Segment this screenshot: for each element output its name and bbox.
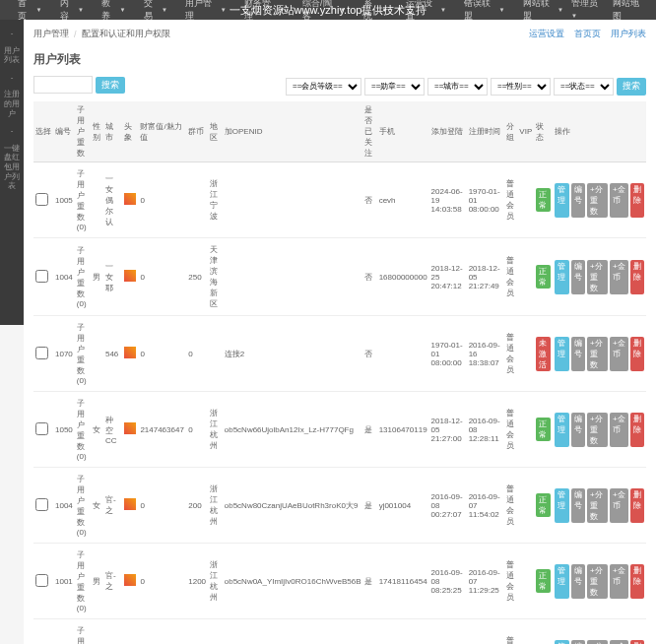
cell-coin: 200 xyxy=(186,468,208,544)
nav-edu[interactable]: 教养▼ xyxy=(94,0,134,23)
cell-wealth: 0 xyxy=(138,238,186,316)
action-edit[interactable]: 编号 xyxy=(571,337,585,371)
sidebar-user-list[interactable]: 用户列表 xyxy=(0,42,24,69)
cell-vip xyxy=(517,392,534,468)
action-edit[interactable]: 编号 xyxy=(571,260,585,294)
cell-coin: 250 xyxy=(186,238,208,316)
th-openid: 加OPENID xyxy=(223,101,363,162)
cell-id: 1000 xyxy=(53,619,75,645)
th-id: 编号 xyxy=(53,101,75,162)
action-edit[interactable]: 编号 xyxy=(571,183,585,218)
cell-phone: 13106470119 xyxy=(377,392,429,468)
cell-gender: 男 xyxy=(91,544,103,619)
cell-openid: ob5cNw80CzanjUAeBUotRh3roK0大9 xyxy=(223,468,363,544)
action-delete[interactable]: 删除 xyxy=(630,183,644,218)
table-row: 1005 子用户重数 (0) 一女偶尔认 0 浙江宁波 否 cevh 2024-… xyxy=(33,162,646,238)
table-row: 1050 子用户重数 (0) 女 种空CC 2147463647 0 浙江杭州 … xyxy=(33,392,646,468)
row-checkbox[interactable] xyxy=(35,270,48,283)
avatar xyxy=(124,574,136,586)
action-edit[interactable]: 编号 xyxy=(571,413,585,447)
search-input[interactable] xyxy=(33,76,93,94)
th-phone: 手机 xyxy=(377,101,429,162)
sort-city[interactable]: ==城市== xyxy=(427,78,488,96)
action-manage[interactable]: 管理 xyxy=(555,260,568,294)
action-add-weight[interactable]: +分重数 xyxy=(587,260,608,294)
action-add-coin[interactable]: +金币 xyxy=(610,640,628,645)
action-delete[interactable]: 删除 xyxy=(630,337,644,371)
bc-userlist[interactable]: 用户列表 xyxy=(611,28,646,40)
bc-ops[interactable]: 运营设置 xyxy=(529,28,564,40)
cell-area xyxy=(208,316,223,392)
cell-register: 1970-01-01 08:00:00 xyxy=(467,162,504,238)
row-checkbox[interactable] xyxy=(35,422,48,435)
row-checkbox[interactable] xyxy=(35,574,48,587)
action-add-weight[interactable]: +分重数 xyxy=(587,413,608,447)
sidebar-reg-users[interactable]: 注册的用户 xyxy=(0,86,24,122)
bc-home[interactable]: 首页页 xyxy=(574,28,601,40)
action-manage[interactable]: 管理 xyxy=(555,640,568,645)
action-add-weight[interactable]: +分重数 xyxy=(587,337,608,371)
sidebar-placeholder-1[interactable]: - xyxy=(0,25,24,42)
cell-city: rest xyxy=(103,619,122,645)
status-badge: 正常 xyxy=(536,188,551,212)
row-checkbox[interactable] xyxy=(35,193,48,206)
action-manage[interactable]: 管理 xyxy=(555,413,568,447)
cell-id: 1050 xyxy=(53,392,75,468)
sidebar-placeholder-3[interactable]: - xyxy=(0,122,24,140)
action-edit[interactable]: 编号 xyxy=(571,564,585,599)
sitemap-link[interactable]: 网站地图 xyxy=(613,0,646,23)
sort-member-level[interactable]: ==会员等级== xyxy=(286,78,361,96)
action-delete[interactable]: 删除 xyxy=(630,260,644,294)
sort-badge[interactable]: ==勋章== xyxy=(364,78,425,96)
action-add-weight[interactable]: +分重数 xyxy=(587,640,608,645)
action-delete[interactable]: 删除 xyxy=(630,413,644,447)
action-add-coin[interactable]: +金币 xyxy=(610,413,628,447)
cell-city: 种空CC xyxy=(103,392,122,468)
action-delete[interactable]: 删除 xyxy=(630,564,644,599)
topbar: 首页▼ 内容▼ 教养▼ 交易▼ 用户管理▼ 财务管理▼ 综合/陶客▼ 系统▼ 运… xyxy=(0,0,656,20)
cell-area: 浙江杭州 xyxy=(208,392,223,468)
page-title: 用户列表 xyxy=(33,51,646,68)
action-manage[interactable]: 管理 xyxy=(555,183,568,218)
cell-city: 官-之 xyxy=(103,544,122,619)
action-manage[interactable]: 管理 xyxy=(555,488,568,523)
cell-coin: 0 xyxy=(186,392,208,468)
sidebar-placeholder-2[interactable]: - xyxy=(0,69,24,87)
action-add-coin[interactable]: +金币 xyxy=(610,488,628,523)
action-edit[interactable]: 编号 xyxy=(571,488,585,523)
row-checkbox[interactable] xyxy=(35,347,48,359)
status-badge: 正常 xyxy=(536,493,551,517)
action-delete[interactable]: 删除 xyxy=(630,640,644,645)
action-add-coin[interactable]: +金币 xyxy=(610,183,628,218)
sort-search-button[interactable]: 搜索 xyxy=(617,78,646,96)
nav-user-mgmt[interactable]: 用户管理▼ xyxy=(177,0,234,23)
action-add-coin[interactable]: +金币 xyxy=(610,337,628,371)
sort-gender[interactable]: ==性别== xyxy=(491,78,551,96)
admin-link[interactable]: 管理员▼ xyxy=(571,0,603,23)
cell-child: 子用户重数 (0) xyxy=(75,238,92,316)
row-checkbox[interactable] xyxy=(35,498,48,511)
table-row: 1004 子用户重数 (0) 男 一女耶 0 250 天津滨海新区 否 1680… xyxy=(33,238,646,316)
sidebar-redpacket[interactable]: 一键盘红包用户列表 xyxy=(0,140,24,195)
action-edit[interactable]: 编号 xyxy=(571,640,585,645)
action-manage[interactable]: 管理 xyxy=(555,564,568,599)
action-add-weight[interactable]: +分重数 xyxy=(587,564,608,599)
action-add-weight[interactable]: +分重数 xyxy=(587,183,608,218)
action-add-coin[interactable]: +金币 xyxy=(610,564,628,599)
action-add-coin[interactable]: +金币 xyxy=(610,260,628,294)
action-manage[interactable]: 管理 xyxy=(555,337,568,371)
cell-wealth: 0 xyxy=(138,162,186,238)
action-add-weight[interactable]: +分重数 xyxy=(587,488,608,523)
avatar xyxy=(124,193,136,205)
cell-vip xyxy=(517,544,534,619)
nav-content[interactable]: 内容▼ xyxy=(52,0,93,23)
nav-error[interactable]: 错误联盟▼ xyxy=(456,0,513,23)
status-badge: 正常 xyxy=(536,265,551,289)
search-button[interactable]: 搜索 xyxy=(96,77,125,94)
sort-status[interactable]: ==状态== xyxy=(554,78,614,96)
th-avatar: 头象 xyxy=(122,101,138,162)
nav-site[interactable]: 网站联盟▼ xyxy=(515,0,572,23)
cell-coin: 1200 xyxy=(186,544,208,619)
nav-trade[interactable]: 交易▼ xyxy=(136,0,176,23)
action-delete[interactable]: 删除 xyxy=(630,488,644,523)
